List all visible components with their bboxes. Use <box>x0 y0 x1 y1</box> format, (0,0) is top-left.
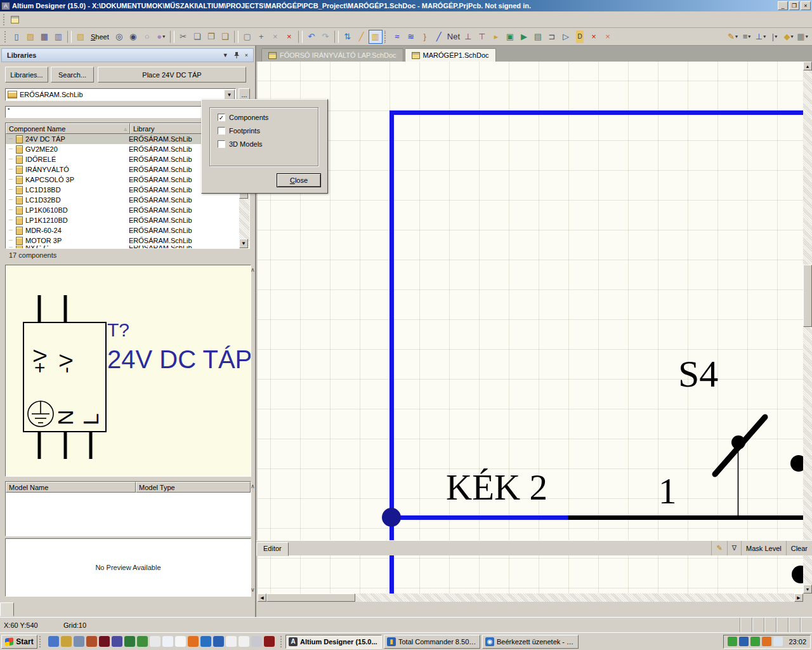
excel-icon[interactable] <box>239 636 249 647</box>
checkbox-footprints[interactable]: Footprints <box>218 127 318 135</box>
zoom-fit-icon[interactable]: ◎▾ <box>112 30 126 44</box>
antivirus-icon[interactable] <box>750 637 760 646</box>
menu-view[interactable] <box>52 18 62 22</box>
google-icon[interactable] <box>175 636 186 647</box>
move-icon[interactable]: +▾ <box>254 30 268 44</box>
panel-button-instruments[interactable] <box>776 618 788 632</box>
panel-button-design-compiler[interactable] <box>752 618 764 632</box>
totalcmd-icon[interactable] <box>213 636 224 647</box>
media-player-icon[interactable] <box>86 636 97 647</box>
close-button[interactable]: × <box>801 1 811 10</box>
device-sheet-icon[interactable]: ▤▾ <box>531 30 545 44</box>
splitter-up-icon[interactable]: ∧ <box>251 483 255 489</box>
place-component-button[interactable]: Place 24V DC TÁP <box>98 67 246 83</box>
vertical-scrollbar[interactable]: ▲ ▼ <box>803 62 812 594</box>
splitter-down-icon[interactable]: ∨ <box>251 587 255 593</box>
clock-app-icon[interactable] <box>251 636 262 647</box>
panel-button-more[interactable] <box>800 618 812 632</box>
start-button[interactable]: Start <box>1 635 37 649</box>
undo-icon[interactable]: ↶▾ <box>304 30 318 44</box>
menu-design[interactable] <box>82 18 93 22</box>
panel-button-sch[interactable] <box>764 618 776 632</box>
sheet-menu-button[interactable]: Sheet▾ <box>88 30 112 44</box>
wire-horizontal-blue[interactable] <box>390 515 568 520</box>
maps-icon[interactable] <box>150 636 160 647</box>
bus-icon[interactable]: ≋▾ <box>404 30 418 44</box>
menu-grip[interactable] <box>3 14 6 25</box>
dropdown-arrow-icon[interactable]: ▼ <box>224 90 235 100</box>
annotate-icon[interactable]: ✎ <box>711 541 726 555</box>
scroll-down-icon[interactable]: ▼ <box>803 585 812 594</box>
scrollbar-thumb[interactable] <box>266 594 355 602</box>
toolbar-grip[interactable] <box>4 31 8 43</box>
java-icon[interactable] <box>137 636 148 647</box>
task-altium[interactable]: A Altium Designer (15.0... <box>285 635 382 649</box>
menu-place[interactable] <box>72 18 82 22</box>
switch-symbol[interactable] <box>702 404 784 525</box>
sheet-symbol-icon[interactable]: ▣▾ <box>503 30 517 44</box>
filter-icon[interactable]: ∇ <box>727 541 741 555</box>
signal-harness-icon[interactable]: }▾ <box>418 30 432 44</box>
column-model-type[interactable]: Model Type <box>136 482 251 493</box>
menu-simulator[interactable] <box>103 18 113 22</box>
vcc-port-icon[interactable]: ⊤▾ <box>475 30 489 44</box>
zoom-dropdown-icon[interactable]: ●▾ <box>154 30 168 44</box>
mask-level-button[interactable]: Mask Level <box>741 541 786 555</box>
wire-junction[interactable] <box>382 508 401 527</box>
tab-libraries[interactable] <box>0 602 14 616</box>
LC1D32BD[interactable]: ┄ LC1D32BD ERŐSÁRAM.SchLib <box>6 195 249 205</box>
column-model-name[interactable]: Model Name <box>6 482 136 493</box>
clipped-symbol-dot[interactable] <box>792 566 803 583</box>
menu-edit[interactable] <box>42 18 52 22</box>
harness-connector-icon[interactable]: ⊐▾ <box>545 30 559 44</box>
checkbox-icon[interactable] <box>218 114 225 121</box>
scroll-up-icon[interactable]: ▲ <box>803 62 812 70</box>
scroll-left-icon[interactable]: ◀ <box>258 594 266 602</box>
checkbox-3d-models[interactable]: 3D Models <box>218 140 318 148</box>
word-icon[interactable] <box>226 636 237 647</box>
open-document-icon[interactable]: ▨▾ <box>23 30 37 44</box>
net-label-icon[interactable]: Net▾ <box>446 30 461 44</box>
pin-number-label[interactable]: 1 <box>658 473 677 509</box>
phone-icon[interactable] <box>74 636 84 647</box>
task-total-commander[interactable]: ▮ Total Commander 8.50 - ... <box>384 635 480 649</box>
select-area-icon[interactable]: ▢▾ <box>240 30 254 44</box>
toolbar-separator[interactable]: ▾ <box>170 30 174 43</box>
panel-button-system[interactable] <box>740 618 752 632</box>
scheduler-icon[interactable] <box>739 637 749 646</box>
power-sources-icon[interactable]: ⊥▾ <box>754 30 768 44</box>
close-popup-button[interactable]: Close <box>277 173 321 187</box>
wire-horizontal-top[interactable] <box>390 110 803 115</box>
doc-tab-foorso[interactable]: FŐORSÓ IRÁNYVÁLTÓ LAP.SchDoc <box>261 48 403 62</box>
firefox-icon[interactable] <box>188 636 199 647</box>
wand-icon[interactable]: ╱▾ <box>355 30 369 44</box>
n-app-icon[interactable] <box>99 636 110 647</box>
wire-icon[interactable]: ≈▾ <box>390 30 404 44</box>
port-icon[interactable]: D▾ <box>573 30 587 44</box>
place-part-icon[interactable]: ▸▾ <box>489 30 503 44</box>
search-button[interactable]: Search... <box>51 67 94 83</box>
bus-entry-icon[interactable]: ╱▾ <box>432 30 446 44</box>
pin-icon[interactable] <box>233 51 240 60</box>
document-icon[interactable] <box>11 16 19 23</box>
toolbar-separator[interactable]: ▾ <box>234 30 239 43</box>
cross-probe-icon[interactable]: ⇅▾ <box>341 30 355 44</box>
schematic-canvas[interactable]: KÉK 2 1 S4 <box>258 62 803 594</box>
save-icon[interactable]: ▦▾ <box>37 30 51 44</box>
palm-icon[interactable] <box>124 636 135 647</box>
checkbox-components[interactable]: Components <box>218 114 318 121</box>
new-document-icon[interactable]: ▯▾ <box>10 30 23 44</box>
clear-filter-icon[interactable]: ×▾ <box>282 30 296 44</box>
pin-tools-icon[interactable]: |▾ <box>768 30 782 44</box>
mail-notify-icon[interactable] <box>728 637 737 646</box>
cut-icon[interactable]: ✂▾ <box>176 30 190 44</box>
editor-tab[interactable]: Editor <box>256 542 289 556</box>
clear-button[interactable]: Clear <box>786 541 812 555</box>
doc-tab-marogep1[interactable]: MARÓGÉP1.SchDoc <box>405 48 496 62</box>
splitter-up-icon[interactable]: ∧ <box>251 267 255 273</box>
clipped-symbol-dot[interactable] <box>790 455 803 472</box>
LP1K0610BD[interactable]: ┄ LP1K0610BD ERŐSÁRAM.SchLib <box>6 205 249 215</box>
scrollbar-thumb[interactable] <box>803 265 812 327</box>
g-browser-icon[interactable] <box>162 636 173 647</box>
LP1K1210BD[interactable]: ┄ LP1K1210BD ERŐSÁRAM.SchLib <box>6 215 249 225</box>
